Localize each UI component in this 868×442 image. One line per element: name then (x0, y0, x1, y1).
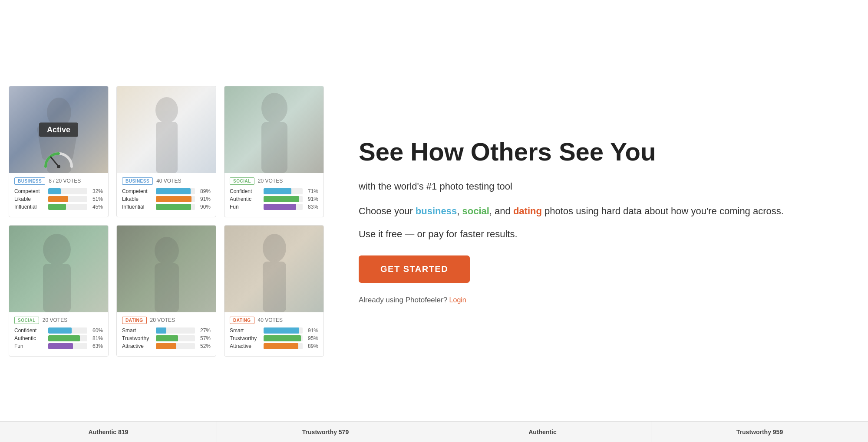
stat-pct-1-2: 51% (90, 196, 103, 202)
svg-rect-7 (156, 122, 178, 173)
bottom-item-3: Authentic (434, 422, 651, 442)
photos-grid: Active BUSINESS8 / 20 VOTESCompetent32%L… (9, 86, 324, 357)
stat-label-4-3: Fun (14, 343, 46, 349)
photo-card-4[interactable]: SOCIAL20 VOTESConfident60%Authentic81%Fu… (9, 225, 109, 357)
card-stats-2: BUSINESS40 VOTESCompetent89%Likable91%In… (117, 173, 216, 217)
stat-pct-2-3: 90% (198, 204, 211, 210)
svg-rect-15 (263, 262, 286, 312)
votes-4: 20 VOTES (43, 317, 67, 323)
stat-label-3-2: Authentic (230, 196, 261, 202)
stat-pct-1-1: 32% (90, 188, 103, 194)
card-stats-6: DATING40 VOTESSmart91%Trustworthy95%Attr… (224, 312, 323, 356)
photo-image-4 (9, 226, 108, 312)
stat-row-5-2: Trustworthy57% (122, 335, 211, 341)
photo-card-1[interactable]: Active BUSINESS8 / 20 VOTESCompetent32%L… (9, 86, 109, 217)
stat-label-5-1: Smart (122, 327, 153, 334)
svg-line-4 (51, 157, 59, 167)
stat-bar-5-2 (156, 335, 178, 341)
stat-pct-4-2: 81% (90, 335, 103, 341)
stat-label-1-2: Likable (14, 196, 46, 202)
stat-label-3-3: Fun (230, 204, 261, 210)
photo-card-6[interactable]: DATING40 VOTESSmart91%Trustworthy95%Attr… (224, 225, 324, 357)
stat-pct-4-3: 63% (90, 343, 103, 349)
svg-point-14 (263, 234, 286, 262)
stat-row-3-2: Authentic91% (230, 196, 318, 202)
stat-label-4-1: Confident (14, 327, 46, 334)
stat-pct-5-1: 27% (198, 327, 211, 334)
stat-bar-4-2 (48, 335, 80, 341)
bottom-item-2: Trustworthy 579 (217, 422, 434, 442)
stat-row-1-2: Likable51% (14, 196, 103, 202)
right-panel: See How Others See You with the world's … (341, 138, 859, 305)
bottom-bar: Authentic 819Trustworthy 579AuthenticTru… (0, 421, 868, 442)
stat-row-3-1: Confident71% (230, 188, 318, 194)
stat-bar-container-5-3 (156, 343, 195, 349)
stat-bar-4-3 (48, 343, 73, 349)
stat-bar-container-2-2 (156, 196, 195, 202)
svg-rect-9 (261, 122, 287, 173)
choose-business: business (416, 206, 457, 216)
photo-image-1: Active (9, 86, 108, 173)
card-stats-4: SOCIAL20 VOTESConfident60%Authentic81%Fu… (9, 312, 108, 356)
svg-point-10 (43, 234, 71, 265)
stat-pct-3-3: 83% (305, 204, 318, 210)
category-badge-2: BUSINESS (122, 177, 153, 185)
votes-3: 20 VOTES (258, 178, 283, 184)
main-container: Active BUSINESS8 / 20 VOTESCompetent32%L… (9, 86, 859, 357)
stat-label-3-1: Confident (230, 188, 261, 194)
svg-point-12 (155, 237, 179, 265)
svg-point-5 (57, 165, 60, 168)
stat-bar-container-4-3 (48, 343, 87, 349)
choose-after: photos using hard data about how you're … (542, 206, 784, 216)
choose-text: Choose your business, social, and dating… (359, 204, 859, 218)
stat-bar-6-3 (264, 343, 298, 349)
stat-row-3-3: Fun83% (230, 204, 318, 210)
stat-bar-3-2 (264, 196, 299, 202)
stat-row-2-3: Influential90% (122, 204, 211, 210)
category-badge-6: DATING (230, 317, 254, 324)
stat-bar-1-1 (48, 188, 61, 194)
photo-image-5 (117, 226, 216, 312)
stat-bar-6-1 (264, 327, 299, 334)
active-badge: Active (39, 122, 78, 137)
stat-bar-container-6-2 (264, 335, 303, 341)
stat-label-2-3: Influential (122, 204, 153, 210)
stat-row-4-2: Authentic81% (14, 335, 103, 341)
choose-social: social (462, 206, 489, 216)
photo-card-3[interactable]: SOCIAL20 VOTESConfident71%Authentic91%Fu… (224, 86, 324, 217)
category-badge-1: BUSINESS (14, 177, 45, 185)
stat-pct-6-2: 95% (305, 335, 318, 341)
stat-label-5-2: Trustworthy (122, 335, 153, 341)
stat-bar-container-2-3 (156, 204, 195, 210)
already-text: Already using Photofeeler? (359, 296, 447, 304)
get-started-button[interactable]: GET STARTED (359, 255, 470, 283)
stat-pct-2-1: 89% (198, 188, 211, 194)
stat-bar-3-1 (264, 188, 291, 194)
photo-card-5[interactable]: DATING20 VOTESSmart27%Trustworthy57%Attr… (116, 225, 216, 357)
bottom-item-1: Authentic 819 (0, 422, 217, 442)
login-link[interactable]: Login (449, 296, 466, 304)
stat-bar-container-3-3 (264, 204, 303, 210)
choose-before: Choose your (359, 206, 416, 216)
stat-bar-2-1 (156, 188, 191, 194)
stat-bar-container-1-2 (48, 196, 87, 202)
stat-row-1-1: Competent32% (14, 188, 103, 194)
stat-bar-container-4-1 (48, 327, 87, 334)
stat-bar-2-2 (156, 196, 191, 202)
stat-row-6-3: Attractive89% (230, 343, 318, 349)
stat-pct-3-1: 71% (305, 188, 318, 194)
stat-row-6-1: Smart91% (230, 327, 318, 334)
stat-row-2-2: Likable91% (122, 196, 211, 202)
card-stats-1: BUSINESS8 / 20 VOTESCompetent32%Likable5… (9, 173, 108, 217)
svg-point-8 (261, 93, 287, 123)
stat-label-2-2: Likable (122, 196, 153, 202)
category-badge-4: SOCIAL (14, 317, 39, 324)
stat-bar-container-5-2 (156, 335, 195, 341)
stat-row-2-1: Competent89% (122, 188, 211, 194)
photo-card-2[interactable]: BUSINESS40 VOTESCompetent89%Likable91%In… (116, 86, 216, 217)
stat-pct-3-2: 91% (305, 196, 318, 202)
svg-rect-13 (155, 263, 179, 312)
headline: See How Others See You (359, 138, 859, 167)
choose-comma: , (457, 206, 462, 216)
votes-5: 20 VOTES (150, 317, 175, 323)
